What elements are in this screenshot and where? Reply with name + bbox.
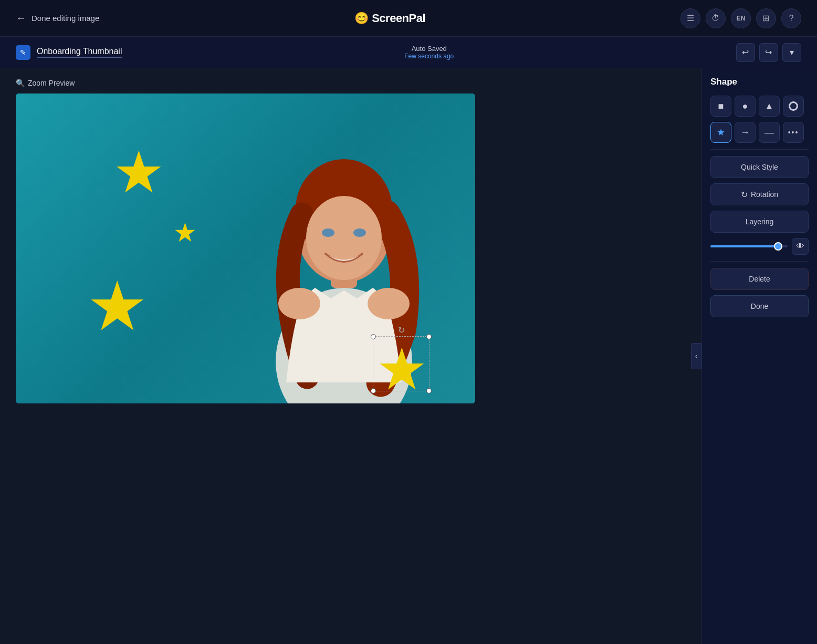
quick-style-label: Quick Style [741, 163, 778, 171]
logo-area: 😊 ScreenPal [354, 12, 425, 25]
divider-2 [710, 261, 809, 262]
shape-row-2: ★ → — ••• [710, 122, 809, 143]
delete-label: Delete [749, 275, 770, 283]
history-icon-btn[interactable]: ⏱ [706, 8, 726, 28]
canvas-container: 🔍 Zoom Preview ★ ★ ★ [0, 68, 701, 644]
dropdown-button[interactable]: ▾ [782, 43, 801, 62]
rect-icon: ■ [718, 101, 724, 112]
save-info: Auto Saved Few seconds ago [404, 45, 454, 60]
person-image [213, 94, 475, 403]
layering-label: Layering [746, 217, 774, 226]
star-large-top[interactable]: ★ [113, 143, 165, 201]
auto-saved-label: Auto Saved [404, 45, 454, 53]
collapse-icon: ‹ [695, 352, 697, 360]
file-info: ✎ Onboarding Thumbnail [16, 45, 122, 60]
canvas-frame[interactable]: ★ ★ ★ [16, 94, 475, 403]
arrow-icon: → [740, 127, 750, 138]
delete-button[interactable]: Delete [710, 268, 809, 290]
star-small-middle[interactable]: ★ [173, 220, 197, 246]
shape-star-btn[interactable]: ★ [710, 122, 731, 143]
shape-triangle-btn[interactable]: ▲ [759, 96, 780, 117]
redo-icon: ↪ [765, 47, 772, 57]
rotation-button[interactable]: ↻ Rotation [710, 183, 809, 205]
back-button[interactable]: ← Done editing image [16, 12, 99, 24]
star-large-bottom-left[interactable]: ★ [87, 272, 148, 340]
done-button[interactable]: Done [710, 295, 809, 317]
zoom-icon: 🔍 [16, 79, 25, 87]
svg-point-7 [278, 288, 320, 319]
back-label: Done editing image [32, 14, 99, 23]
circle-outline-icon [789, 101, 798, 111]
circle-icon: ● [742, 101, 748, 112]
eye-icon: 👁 [796, 242, 804, 251]
undo-button[interactable]: ↩ [736, 43, 755, 62]
layers-icon: ⊞ [762, 13, 769, 23]
nav-right-icons: ☰ ⏱ EN ⊞ ? [680, 8, 801, 28]
history-icon: ⏱ [711, 14, 720, 23]
shape-circle-btn[interactable]: ● [735, 96, 756, 117]
file-icon-symbol: ✎ [20, 48, 26, 57]
star-selected[interactable]: ★ [376, 340, 428, 398]
opacity-row: 👁 [710, 238, 809, 255]
rotation-label: Rotation [751, 190, 778, 199]
more-icon: ••• [788, 128, 799, 137]
menu-icon: ☰ [687, 13, 694, 23]
opacity-eye-button[interactable]: 👁 [792, 238, 809, 255]
toolbar-actions: ↩ ↪ ▾ [736, 43, 801, 62]
svg-point-8 [368, 288, 410, 319]
lang-icon-btn[interactable]: EN [731, 8, 751, 28]
svg-point-5 [322, 228, 334, 237]
star-icon: ★ [717, 127, 725, 138]
svg-point-6 [353, 228, 366, 237]
logo-text: ScreenPal [372, 12, 425, 25]
shape-panel: Shape ■ ● ▲ ★ → — [701, 68, 817, 644]
redo-button[interactable]: ↪ [759, 43, 778, 62]
panel-collapse-handle[interactable]: ‹ [691, 343, 701, 369]
shape-more-btn[interactable]: ••• [783, 122, 804, 143]
divider-1 [710, 149, 809, 150]
shape-rect-btn[interactable]: ■ [710, 96, 731, 117]
triangle-icon: ▲ [764, 101, 774, 112]
zoom-preview-button[interactable]: 🔍 Zoom Preview [11, 79, 75, 87]
shape-row-1: ■ ● ▲ [710, 96, 809, 117]
dropdown-icon: ▾ [790, 47, 794, 57]
help-icon-btn[interactable]: ? [781, 8, 801, 28]
opacity-slider[interactable] [710, 245, 788, 247]
main-area: 🔍 Zoom Preview ★ ★ ★ [0, 68, 817, 644]
top-nav: ← Done editing image 😊 ScreenPal ☰ ⏱ EN … [0, 0, 817, 37]
help-icon: ? [789, 14, 794, 23]
undo-icon: ↩ [742, 47, 749, 57]
file-icon: ✎ [16, 45, 30, 60]
lang-label: EN [737, 15, 746, 22]
slider-thumb[interactable] [774, 242, 782, 251]
save-time: Few seconds ago [404, 53, 454, 60]
person-svg [218, 109, 470, 403]
panel-title: Shape [710, 77, 809, 87]
back-arrow-icon: ← [16, 12, 26, 24]
shape-line-btn[interactable]: — [759, 122, 780, 143]
shape-circle-outline-btn[interactable] [783, 96, 804, 117]
logo-icon: 😊 [354, 12, 369, 25]
layering-button[interactable]: Layering [710, 211, 809, 233]
zoom-preview-label: Zoom Preview [28, 79, 75, 87]
shape-arrow-btn[interactable]: → [735, 122, 756, 143]
menu-icon-btn[interactable]: ☰ [680, 8, 700, 28]
layers-icon-btn[interactable]: ⊞ [756, 8, 776, 28]
second-toolbar: ✎ Onboarding Thumbnail Auto Saved Few se… [0, 37, 817, 68]
quick-style-button[interactable]: Quick Style [710, 156, 809, 178]
svg-point-4 [306, 196, 382, 280]
file-title[interactable]: Onboarding Thumbnail [37, 47, 122, 58]
rotation-icon: ↻ [741, 190, 748, 200]
done-label: Done [751, 302, 768, 310]
line-icon: — [764, 127, 774, 138]
